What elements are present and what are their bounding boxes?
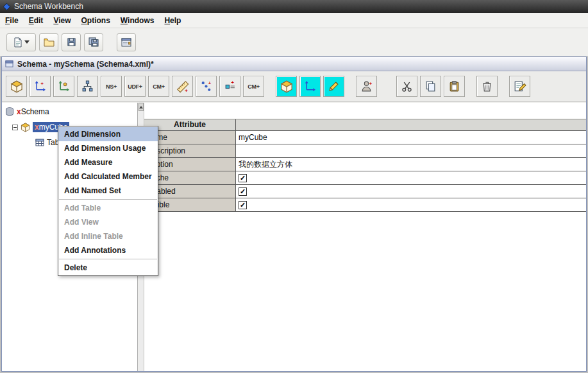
edit-mode-button[interactable] — [509, 76, 530, 97]
save-as-button[interactable] — [84, 33, 103, 51]
dimension-axis-icon: + — [34, 80, 46, 92]
new-button[interactable] — [6, 33, 36, 51]
scrollbar-up-arrow-icon[interactable] — [139, 103, 144, 111]
attribute-panel: Attribute name myCube description captio… — [144, 103, 586, 371]
copy-button[interactable] — [420, 76, 441, 97]
menu-file[interactable]: File — [0, 14, 24, 27]
tree-node-schema-label: xSchema — [17, 107, 49, 116]
add-calculated-member-button[interactable]: CM+ — [148, 76, 169, 97]
window-titlebar: Schema Workbench — [0, 0, 588, 13]
delete-button[interactable] — [476, 76, 498, 97]
context-menu-add-annotations[interactable]: Add Annotations — [58, 243, 158, 257]
frame-window-icon — [5, 60, 13, 68]
add-measure-button[interactable]: + — [172, 76, 193, 97]
edit-document-icon — [514, 80, 526, 93]
virtual-dimension-icon — [304, 80, 316, 92]
attribute-description-value[interactable] — [236, 144, 586, 157]
virtual-calculated-member-icon: CM+ — [248, 83, 259, 90]
context-menu-add-calculated-member[interactable]: Add Calculated Member — [58, 169, 158, 184]
add-cube-button[interactable] — [6, 76, 27, 97]
virtual-measure-pencil-icon — [328, 80, 340, 92]
table-row-description: description — [144, 144, 586, 158]
attribute-table-header: Attribute — [144, 119, 586, 131]
context-menu-add-dimension-usage[interactable]: Add Dimension Usage — [58, 141, 158, 155]
level-dots-icon: + — [200, 80, 212, 92]
add-property-button[interactable]: + — [219, 76, 240, 97]
copy-icon — [424, 80, 437, 92]
save-as-disks-icon — [88, 37, 99, 47]
context-menu-delete[interactable]: Delete — [58, 261, 158, 275]
add-virtual-dimension-button[interactable] — [299, 76, 321, 97]
cube-icon — [10, 80, 23, 93]
named-set-icon: NS+ — [106, 83, 117, 90]
value-column-header — [236, 119, 586, 130]
menu-options[interactable]: Options — [76, 14, 115, 27]
database-icon — [5, 107, 14, 116]
add-virtual-cube-button[interactable] — [276, 76, 297, 97]
main-toolbar — [0, 28, 588, 56]
attribute-enabled-value: ✓ — [236, 185, 586, 198]
context-menu-separator — [59, 199, 157, 200]
hierarchy-icon — [81, 80, 94, 92]
table-row-caption: caption 我的数据立方体 — [144, 158, 586, 171]
cut-button[interactable] — [396, 76, 417, 97]
add-dimension-button[interactable]: + — [29, 76, 51, 97]
attribute-table: Attribute name myCube description captio… — [144, 119, 586, 212]
cube-context-menu: Add Dimension Add Dimension Usage Add Me… — [58, 126, 158, 276]
preferences-form-icon — [121, 38, 131, 47]
context-menu-add-table: Add Table — [58, 201, 158, 215]
menu-help[interactable]: Help — [159, 14, 186, 27]
role-person-icon: + — [360, 80, 373, 92]
menu-bar: File Edit View Options Windows Help — [0, 13, 588, 28]
menu-view[interactable]: View — [48, 14, 76, 27]
frame-toolbar: + NS+ UDF+ CM+ + + — [2, 71, 586, 102]
save-button[interactable] — [62, 33, 81, 51]
preferences-button[interactable] — [117, 33, 136, 51]
context-menu-add-view: Add View — [58, 215, 158, 229]
svg-text:+: + — [231, 80, 235, 85]
svg-text:+: + — [369, 81, 373, 87]
attribute-caption-value[interactable]: 我的数据立方体 — [236, 158, 586, 171]
open-button[interactable] — [39, 33, 58, 51]
paste-clipboard-icon — [448, 80, 460, 92]
cube-icon — [21, 123, 30, 132]
enabled-checkbox[interactable]: ✓ — [239, 187, 247, 196]
add-virtual-measure-button[interactable] — [323, 76, 344, 97]
add-hierarchy-button[interactable] — [77, 76, 98, 97]
app-icon — [3, 3, 11, 11]
tree-expand-toggle-icon[interactable] — [12, 125, 18, 130]
add-virtual-calculated-member-button[interactable]: CM+ — [243, 76, 264, 97]
add-named-set-button[interactable]: NS+ — [101, 76, 122, 97]
window-title: Schema Workbench — [14, 2, 83, 11]
context-menu-add-inline-table: Add Inline Table — [58, 229, 158, 243]
context-menu-separator — [59, 259, 157, 259]
cache-checkbox[interactable]: ✓ — [239, 174, 247, 182]
menu-edit[interactable]: Edit — [24, 14, 49, 27]
trash-icon — [481, 80, 493, 92]
new-dropdown-arrow-icon[interactable] — [24, 40, 29, 44]
attribute-cache-value: ✓ — [236, 171, 586, 184]
svg-text:+: + — [185, 87, 188, 92]
add-dimension-usage-button[interactable] — [53, 76, 74, 97]
table-row-visible: visible ✓ — [144, 198, 586, 212]
calculated-member-icon: CM+ — [153, 83, 164, 90]
tree-node-schema[interactable]: xSchema — [5, 106, 49, 117]
svg-text:+: + — [41, 81, 44, 87]
scissors-icon — [401, 80, 413, 92]
virtual-cube-icon — [280, 80, 293, 93]
add-role-button[interactable]: + — [356, 76, 377, 97]
attribute-name-value[interactable]: myCube — [236, 131, 586, 144]
frame-title-text: Schema - mySchema (Schema4.xml)* — [17, 60, 154, 69]
paste-button[interactable] — [444, 76, 465, 97]
context-menu-add-named-set[interactable]: Add Named Set — [58, 184, 158, 198]
table-row-name: name myCube — [144, 131, 586, 144]
context-menu-add-dimension[interactable]: Add Dimension — [58, 127, 158, 141]
menu-windows[interactable]: Windows — [115, 14, 160, 27]
visible-checkbox[interactable]: ✓ — [239, 201, 247, 209]
context-menu-add-measure[interactable]: Add Measure — [58, 155, 158, 169]
add-level-button[interactable]: + — [196, 76, 217, 97]
add-udf-button[interactable]: UDF+ — [124, 76, 146, 97]
open-folder-icon — [44, 38, 55, 47]
svg-text:+: + — [208, 80, 212, 86]
frame-titlebar[interactable]: Schema - mySchema (Schema4.xml)* — [2, 57, 586, 71]
